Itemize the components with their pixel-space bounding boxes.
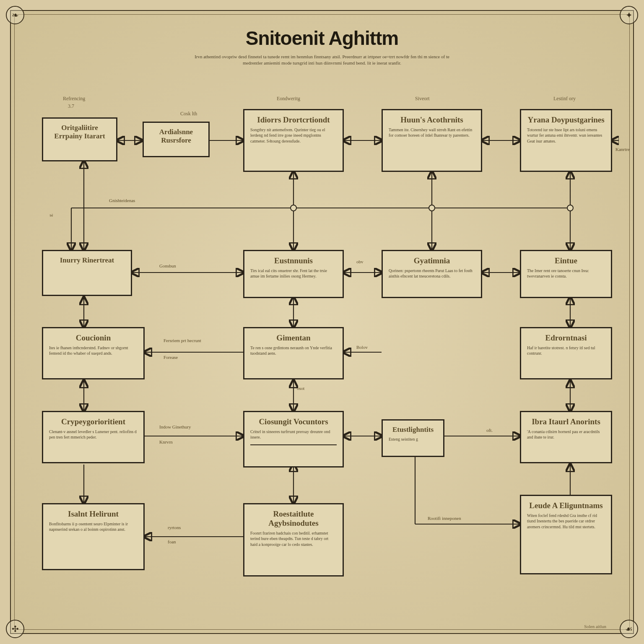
box-r4c1: Crypeygorioritient Clenant-v assnel leve… [42, 411, 145, 463]
box-r2c1-title: Inurry Rinertreat [49, 256, 125, 265]
edge-label-gushtches: Gnishteidenas [109, 198, 135, 203]
edge-label-root-inner: Rootifi inneponen [428, 516, 461, 521]
svg-point-7 [567, 205, 573, 211]
col-sublabel-1: 3.7 [68, 103, 74, 109]
box-r5c1: Isalnt Helirunt Bonfitobarns ii p osente… [42, 503, 145, 570]
edge-label-kante: Kanrtre [615, 147, 630, 152]
col-label-2: Eondweritg [277, 96, 300, 102]
box-r5c1-title: Isalnt Helirunt [49, 509, 138, 519]
col-sublabel-cosk: Cosk lth [180, 111, 197, 117]
box-r5c2: Roestaitlute Agybsinodutes Foonrt frarir… [243, 503, 344, 576]
edge-label-knrvn: Knrvrn [159, 439, 173, 444]
edge-label-r3-left2: Forease [164, 355, 178, 360]
edge-label-oft: oft. [486, 428, 493, 433]
box-r3c2-title: Gimentan [250, 333, 337, 343]
box-r4c3-title: Etustlighntits [389, 426, 437, 434]
box-r3c2: Gimentan Te ren s osne grdintons neraunh… [243, 327, 344, 379]
diagram-subtitle: Irvn athentind ovopriw desd finnetel ta … [188, 54, 456, 66]
diagram-canvas: Refrencing 3.7 Eondweritg Siveort Lestin… [25, 92, 619, 619]
diagram-credit: Solen aitlun [584, 624, 606, 629]
box-r1c1b: Ardialsnne Rusrsfore [143, 122, 210, 157]
box-r5c1-body: Bonfitobarns ii p osentent seuro Elpmint… [49, 521, 138, 532]
svg-point-6 [429, 205, 435, 211]
box-r1c2-body: Songthry nit antemefrem. Qurinter tieg o… [250, 127, 337, 144]
corner-ornament-br: ☙ [620, 620, 638, 638]
box-r5c2-title: Roestaitlute Agybsinodutes [250, 509, 337, 528]
box-r1c3-title: Huun's Acothrnits [389, 115, 475, 125]
corner-ornament-bl: ✣ [6, 620, 24, 638]
corner-ornament-tr: ✦ [620, 6, 638, 24]
box-r4c4: Ibra Itaurl Anorints 'A conania cdisirn … [520, 411, 612, 463]
box-r2c1: Inurry Rinertreat [42, 250, 132, 296]
box-r3c1-body: Ites ie fhanen inthcnderstnd. Fadnev or … [49, 345, 138, 356]
box-r5c4-title: Leude A Eliguntnams [527, 501, 605, 510]
edge-label-bolov: Bolov [356, 345, 368, 350]
corner-ornament-tl: ❧ [6, 6, 24, 24]
box-r5c4: Leude A Eliguntnams Witen foclef fend rd… [520, 495, 612, 574]
box-r1c1b-title: Ardialsnne Rusrsfore [150, 128, 203, 144]
box-r1c4-body: Totorend iur ste hsee lipt ars toluni em… [527, 127, 605, 144]
edge-label-r3-left: Fersriem prt hecrunt [164, 338, 201, 343]
box-r4c1-body: Clenant-v assnel levedler s Lunener pent… [49, 429, 138, 440]
box-r3c1: Coucionin Ites ie fhanen inthcnderstnd. … [42, 327, 145, 379]
box-r3c1-title: Coucionin [49, 333, 138, 343]
box-r4c3: Etustlighntits Esteng seistiten g [382, 419, 444, 457]
edge-label-hulow: Indow Ginethury [159, 424, 191, 429]
box-r3c2-body: Te ren s osne grdintons neraunh on Ynde … [250, 345, 337, 356]
box-r4c4-title: Ibra Itaurl Anorints [527, 417, 605, 426]
box-r2c3: Gyatimnia Qorinen: pspertonn rheents Par… [382, 250, 482, 298]
box-r2c2-body: Tirs ical eal cits onuetrer shr. Fent la… [250, 268, 337, 279]
edge-label-consbun: Gonsbun [159, 263, 176, 268]
box-r4c3-body: Esteng seistiten g [389, 436, 437, 442]
box-r4c2-body: Critsrl in sineeres turfrrunt preroay dr… [250, 429, 337, 440]
box-r2c2-title: Eustnnunis [250, 256, 337, 265]
box-r3c4: Edrorntnasi Haf ir baretite stotrest. n … [520, 327, 612, 379]
box-r4c1-title: Crypeygorioritient [49, 417, 138, 426]
box-r1c4-title: Yrana Doypustgarines [527, 115, 605, 125]
box-r1c3: Huun's Acothrnits Tammen ite. Cinershey … [382, 109, 482, 172]
col-label-3: Siveort [415, 96, 430, 102]
box-r2c4: Eintue The Imer rent ore tanoerte cnun I… [520, 250, 612, 298]
box-r5c2-body: Foonrt frariren badchais con beditil. er… [250, 530, 337, 548]
diagram-title: Snitoenit Aghittm [0, 27, 644, 49]
box-r3c4-body: Haf ir baretite stotrest. n fetsry itl s… [527, 345, 605, 356]
edge-label-osot: osot [297, 386, 304, 391]
box-r1c4: Yrana Doypustgarines Totorend iur ste hs… [520, 109, 612, 172]
box-r1c3-body: Tammen ite. Cinershey wall strreh Rant e… [389, 127, 475, 138]
edge-label-foan: foan [168, 539, 176, 544]
svg-point-5 [291, 205, 296, 211]
box-r2c4-title: Eintue [527, 256, 605, 265]
box-r5c4-body: Witen foclef fend rdeshd Gra insthe cf r… [527, 513, 605, 530]
col-label-4: Lestinf ory [553, 96, 576, 102]
box-r3c4-title: Edrorntnasi [527, 333, 605, 343]
box-r2c3-body: Qorinen: pspertonn rheents Parut Laas to… [389, 268, 475, 279]
edge-label-ryrtons: ryrtons [168, 525, 181, 530]
box-r2c2: Eustnnunis Tirs ical eal cits onuetrer s… [243, 250, 344, 298]
edge-label-vertical-e: E [49, 214, 54, 217]
box-r1c1-title: Oritgaliitire Errpainy Itarart [49, 124, 110, 140]
box-r4c2: Ciosungit Vocuntors Critsrl in sineeres … [243, 411, 344, 467]
box-r4c4-body: 'A conania cdisirn hornenl pau er aracdn… [527, 429, 605, 440]
box-r1c2-title: Idiorrs Drortcrtiondt [250, 115, 337, 125]
box-r1c1: Oritgaliitire Errpainy Itarart [42, 117, 117, 161]
box-r4c2-title: Ciosungit Vocuntors [250, 417, 337, 426]
box-r2c3-title: Gyatimnia [389, 256, 475, 265]
edge-label-obv: obv [356, 259, 364, 264]
box-r2c4-body: The Imer rent ore tanoerte cnun Irea: tw… [527, 268, 605, 279]
box-r1c2: Idiorrs Drortcrtiondt Songthry nit antem… [243, 109, 344, 172]
col-label-1: Refrencing [63, 96, 85, 102]
